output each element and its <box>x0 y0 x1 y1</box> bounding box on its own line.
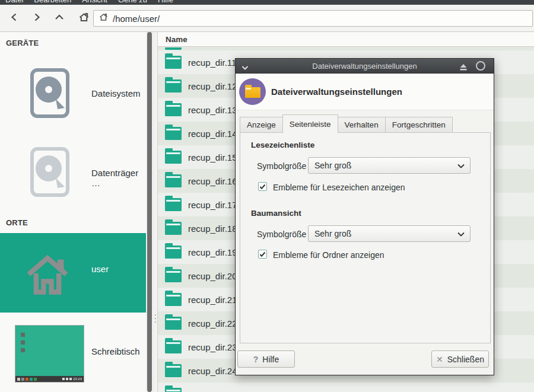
menubar: Datei Bearbeiten Ansicht Gehe zu Hilfe <box>0 0 534 5</box>
icon-size-label: Symbolgröße <box>257 230 306 239</box>
home-icon <box>78 12 90 25</box>
path-bar[interactable]: /home/user/ <box>93 10 533 27</box>
chevron-down-icon <box>457 232 465 237</box>
folder-icon <box>165 79 182 93</box>
folder-icon <box>165 56 182 69</box>
desktop-icons-preview <box>21 333 25 352</box>
file-name: recup_dir.24 <box>188 366 237 376</box>
chevron-down-icon <box>457 164 465 168</box>
path-home-icon <box>99 13 108 24</box>
folder-icon <box>165 198 182 211</box>
folder-icon <box>165 103 182 116</box>
icon-size-label: Symbolgröße <box>257 161 306 171</box>
selected-option: Sehr groß <box>314 161 351 170</box>
file-name: recup_dir.16 <box>188 176 237 186</box>
chevron-right-icon <box>31 12 42 25</box>
emblems-folders-label[interactable]: Embleme für Ordner anzeigen <box>273 250 384 260</box>
folder-icon <box>165 269 182 282</box>
close-button-label: Schließen <box>447 355 484 364</box>
close-circle-button[interactable] <box>476 61 485 71</box>
dialog-header: Dateiverwaltungseinstellungen <box>236 74 494 110</box>
partial-row-bottom[interactable] <box>158 383 534 392</box>
tab-fortgeschritten[interactable]: Fortgeschritten <box>385 117 453 132</box>
up-button[interactable] <box>51 11 68 26</box>
folder-icon <box>165 388 182 392</box>
dialog-title-text: Dateiverwaltungseinstellungen <box>236 59 494 73</box>
scrollbar-thumb[interactable] <box>147 32 152 392</box>
back-button[interactable] <box>6 11 23 26</box>
forward-button[interactable] <box>28 11 45 26</box>
harddisk-icon <box>30 189 70 199</box>
sidebar-item-desktop[interactable]: 23:23 <box>15 325 84 383</box>
tab-verhalten[interactable]: Verhalten <box>338 117 386 132</box>
dialog-heading: Dateiverwaltungseinstellungen <box>271 87 402 97</box>
file-name: recup_dir.19 <box>188 247 237 257</box>
menu-item-go[interactable]: Gehe zu <box>118 0 147 4</box>
path-text: /home/user/ <box>113 14 160 24</box>
menu-item-edit[interactable]: Bearbeiten <box>34 0 71 4</box>
menu-item-help[interactable]: Hilfe <box>158 0 173 4</box>
help-button-label: Hilfe <box>262 355 279 364</box>
dialog-tabs: Anzeige Seitenleiste Verhalten Fortgesch… <box>236 110 494 132</box>
file-name: recup_dir.21 <box>188 295 237 305</box>
help-icon: ? <box>253 355 259 364</box>
file-name: recup_dir.17 <box>188 200 237 210</box>
sidebar-item-filesystem-label[interactable]: Dateisystem <box>91 88 141 98</box>
close-icon: ✕ <box>436 355 443 364</box>
selected-option: Sehr groß <box>314 229 351 238</box>
sidebar-item-home-selected[interactable]: user <box>0 233 146 313</box>
folder-icon <box>165 246 182 259</box>
sidebar-item-desktop-label[interactable]: Schreibtisch <box>91 346 140 356</box>
places-header: ORTE <box>6 218 28 227</box>
maximize-eject-icon[interactable] <box>459 62 468 73</box>
folder-icon <box>165 127 182 140</box>
close-button[interactable]: ✕ Schließen <box>431 350 489 368</box>
sidebar-item-volume[interactable] <box>30 147 70 199</box>
emblems-folders-checkbox[interactable] <box>258 250 267 259</box>
chevron-up-icon <box>53 12 65 25</box>
column-header-name[interactable]: Name <box>158 32 534 47</box>
check-icon <box>259 184 266 190</box>
folder-icon <box>165 340 182 353</box>
column-header-label: Name <box>166 35 187 44</box>
folder-icon <box>165 47 182 50</box>
file-name: recup_dir.18 <box>188 224 237 234</box>
dialog-titlebar[interactable]: Dateiverwaltungseinstellungen <box>236 59 494 74</box>
sidebar-item-filesystem[interactable] <box>30 68 70 120</box>
thumbnail-clock: 23:23 <box>73 377 82 381</box>
tab-seitenleiste[interactable]: Seitenleiste <box>282 114 338 133</box>
file-name: recup_dir.15 <box>188 152 237 162</box>
preferences-avatar <box>239 78 266 105</box>
file-name: recup_dir.22 <box>188 318 237 329</box>
icon-size-select-tree[interactable]: Sehr groß <box>308 225 471 242</box>
menu-item-file[interactable]: Datei <box>5 0 23 4</box>
emblems-bookmarks-label[interactable]: Embleme für Lesezeichen anzeigen <box>273 183 405 192</box>
folder-icon <box>165 174 182 187</box>
folder-icon <box>165 317 182 330</box>
emblems-bookmarks-checkbox[interactable] <box>258 182 267 191</box>
folder-icon <box>165 151 182 164</box>
folder-icon <box>245 87 260 98</box>
file-name: recup_dir.11 <box>188 58 236 68</box>
partial-row-top <box>158 47 534 50</box>
toolbar: /home/user/ <box>0 5 534 32</box>
icon-size-select-bookmarks[interactable]: Sehr groß <box>308 157 471 174</box>
section-heading-tree: Baumansicht <box>251 209 301 218</box>
menu-item-view[interactable]: Ansicht <box>82 0 107 4</box>
sidebar-scrollbar[interactable] <box>146 32 154 392</box>
devices-header: GERÄTE <box>6 39 39 47</box>
file-name: recup_dir.14 <box>188 129 237 139</box>
home-button[interactable] <box>75 11 92 26</box>
folder-icon <box>165 293 182 306</box>
section-heading-bookmarks: Lesezeichenliste <box>251 141 314 149</box>
splitter-grip-icon <box>155 314 156 323</box>
tab-anzeige[interactable]: Anzeige <box>240 117 283 132</box>
folder-icon <box>165 364 182 377</box>
sidebar-item-volume-label[interactable]: Datenträger … <box>91 168 146 188</box>
folder-icon <box>165 222 182 235</box>
check-icon <box>259 251 266 257</box>
tab-content-frame: Lesezeichenliste Symbolgröße Sehr groß E… <box>240 132 491 343</box>
help-button[interactable]: ? Hilfe <box>237 350 295 368</box>
sidebar: GERÄTE Dateisystem Datenträger … ORTE <box>0 32 146 392</box>
home-icon-large <box>24 249 71 300</box>
